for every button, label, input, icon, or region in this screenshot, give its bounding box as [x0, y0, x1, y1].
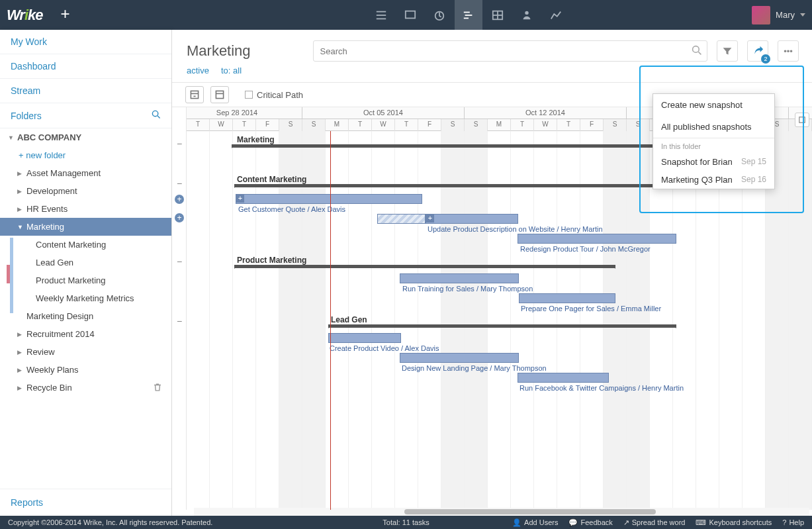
- nav-my-work[interactable]: My Work: [0, 30, 171, 54]
- nav-folders[interactable]: Folders: [0, 103, 171, 128]
- folder-tree: ▼ABC COMPANY + new folder ▶Asset Managem…: [0, 128, 171, 489]
- week-label: Sep 28 2014: [172, 107, 302, 119]
- task-bar[interactable]: [426, 214, 518, 224]
- task-bar[interactable]: [518, 373, 609, 383]
- add-button[interactable]: +: [56, 6, 75, 24]
- timer-icon[interactable]: [426, 0, 453, 30]
- task-bar[interactable]: [328, 333, 401, 343]
- svg-point-11: [525, 11, 528, 14]
- logo: Wrike: [7, 7, 43, 24]
- day-cell: W: [210, 119, 233, 131]
- svg-rect-19: [216, 91, 223, 98]
- task-bar[interactable]: [236, 194, 422, 204]
- filter-button[interactable]: [717, 40, 738, 62]
- day-cell: F: [418, 119, 441, 131]
- task-label: Create Product Video / Alex Davis: [330, 344, 439, 352]
- dd-create-snapshot[interactable]: Create new snapshot: [653, 94, 774, 116]
- tree-item[interactable]: ▶Recruitment 2014: [0, 325, 171, 343]
- tree-item[interactable]: ▶HR Events: [0, 200, 171, 218]
- task-bar[interactable]: [400, 273, 519, 283]
- tree-item[interactable]: ▶Development: [0, 182, 171, 200]
- tree-item-marketing[interactable]: ▼Marketing: [0, 218, 171, 236]
- svg-rect-6: [465, 15, 473, 16]
- critical-path-toggle[interactable]: Critical Path: [245, 90, 303, 100]
- day-cell: T: [233, 119, 256, 131]
- expand-all-button[interactable]: [185, 86, 204, 103]
- task-label: Redesign Product Tour / John McGregor: [520, 245, 651, 253]
- table-view-icon[interactable]: [484, 0, 512, 30]
- task-label: Update Product Description on Website / …: [428, 225, 603, 233]
- avatar: [752, 6, 770, 24]
- group-bar: [328, 324, 676, 328]
- footer-add-users[interactable]: 👤 Add Users: [512, 518, 558, 527]
- filter-to[interactable]: to: all: [221, 66, 242, 75]
- search-icon[interactable]: [692, 45, 702, 58]
- add-task-icon[interactable]: +: [175, 213, 184, 222]
- main-header: Marketing 2 •••: [172, 30, 812, 66]
- tree-item[interactable]: Marketing Design: [0, 307, 171, 325]
- chevron-down-icon: [800, 13, 805, 17]
- week-label: Oct 05 2014: [302, 107, 465, 119]
- tree-item[interactable]: ▶Review: [0, 343, 171, 361]
- footer-feedback[interactable]: 💬 Feedback: [568, 518, 612, 527]
- svg-rect-5: [464, 11, 470, 13]
- group-bar: [234, 265, 615, 268]
- day-cell: W: [534, 119, 557, 131]
- tree-child[interactable]: Weekly Marketing Metrics: [0, 289, 171, 307]
- analytics-icon[interactable]: [542, 0, 570, 30]
- task-bar[interactable]: [518, 234, 676, 244]
- dd-section-header: In this folder: [653, 138, 774, 153]
- screen-view-icon[interactable]: [396, 0, 424, 30]
- tree-recycle-bin[interactable]: ▶Recycle Bin: [0, 379, 171, 397]
- nav-stream[interactable]: Stream: [0, 79, 171, 103]
- fullscreen-button[interactable]: [795, 113, 809, 127]
- task-bar[interactable]: [377, 214, 426, 224]
- more-button[interactable]: •••: [778, 40, 799, 62]
- nav-reports[interactable]: Reports: [0, 489, 171, 516]
- timeline-view-icon[interactable]: [455, 0, 482, 30]
- scrollbar-thumb[interactable]: [404, 509, 656, 514]
- day-cell: S: [465, 119, 488, 131]
- tree-item[interactable]: ▶Asset Management: [0, 164, 171, 182]
- collapse-toggle[interactable]: −: [172, 136, 187, 151]
- week-label: Oct 12 2014: [465, 107, 627, 119]
- footer-help[interactable]: ? Help: [782, 518, 804, 527]
- day-cell: S: [604, 119, 627, 131]
- list-view-icon[interactable]: [367, 0, 395, 30]
- dd-snapshot-item[interactable]: Marketing Q3 Plan Sep 16: [653, 171, 774, 189]
- user-menu[interactable]: Mary: [752, 6, 805, 24]
- filter-active[interactable]: active: [187, 66, 209, 75]
- task-bar[interactable]: [400, 353, 519, 363]
- day-cell: F: [256, 119, 279, 131]
- task-marker-icon[interactable]: +: [426, 215, 434, 222]
- horizontal-scrollbar[interactable]: [194, 508, 809, 516]
- group-bar: [234, 184, 676, 187]
- collapse-toggle[interactable]: −: [172, 314, 187, 328]
- dd-all-snapshots[interactable]: All published snapshots: [653, 116, 774, 138]
- group-bar: [232, 144, 676, 148]
- search-icon[interactable]: [152, 110, 161, 121]
- share-button[interactable]: 2: [747, 40, 768, 62]
- workload-icon[interactable]: [513, 0, 541, 30]
- dd-snapshot-item[interactable]: Snapshot for Brian Sep 15: [653, 153, 774, 171]
- tree-company[interactable]: ▼ABC COMPANY: [0, 128, 171, 146]
- tree-child[interactable]: Product Marketing: [0, 271, 171, 289]
- new-folder-link[interactable]: + new folder: [0, 146, 171, 164]
- add-task-icon[interactable]: +: [175, 195, 184, 204]
- footer-shortcuts[interactable]: ⌨ Keyboard shortcuts: [696, 518, 772, 527]
- collapse-toggle[interactable]: −: [172, 254, 187, 269]
- sub-filters: active to: all: [172, 66, 812, 82]
- user-name: Mary: [776, 10, 795, 20]
- footer-spread[interactable]: ↗ Spread the word: [623, 518, 686, 527]
- group-header: Marketing: [237, 135, 275, 144]
- search-input[interactable]: [313, 40, 707, 62]
- collapse-toggle[interactable]: −: [172, 176, 187, 191]
- nav-dashboard[interactable]: Dashboard: [0, 54, 171, 79]
- tree-item[interactable]: ▶Weekly Plans: [0, 361, 171, 379]
- collapse-all-button[interactable]: [210, 86, 229, 103]
- tree-child[interactable]: Content Marketing: [0, 236, 171, 254]
- view-switcher: [367, 0, 570, 30]
- task-bar[interactable]: [519, 293, 615, 303]
- task-marker-icon[interactable]: +: [236, 195, 244, 203]
- tree-child[interactable]: Lead Gen: [0, 254, 171, 271]
